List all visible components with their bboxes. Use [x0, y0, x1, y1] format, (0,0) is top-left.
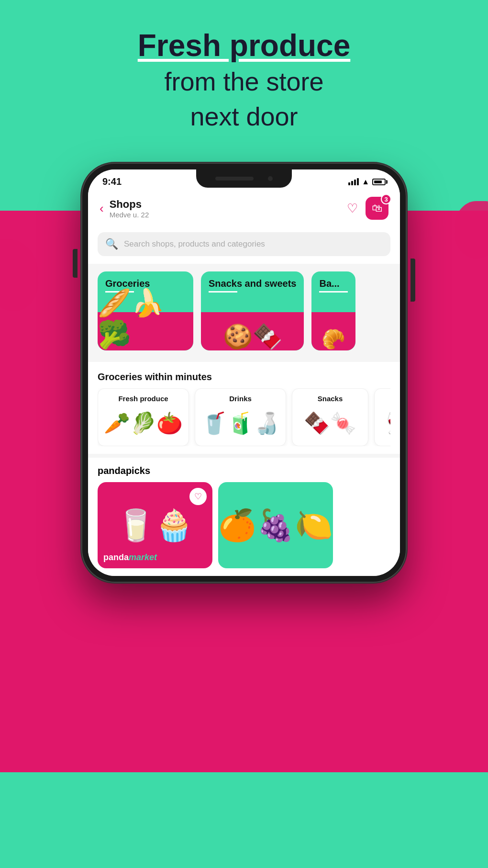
battery-fill	[374, 180, 382, 183]
phone-screen: 9:41 ▲ ‹ Shops	[88, 169, 400, 576]
hero-section: Fresh produce from the store next door	[0, 29, 488, 132]
pandapick-emoji-green: 🍊🍇🍋	[218, 507, 333, 543]
notch-camera	[268, 176, 273, 181]
groceries-section: Groceries within minutes Fresh produce 🥕…	[88, 362, 400, 454]
header-subtitle: Medve u. 22	[110, 211, 347, 219]
category-card-groceries[interactable]: Groceries 🥖🍌🥦	[98, 271, 193, 350]
sub-cat-img-wine: 🍷🍺	[380, 406, 390, 440]
wifi-icon: ▲	[362, 178, 369, 186]
pandapick-card-green[interactable]: 🍊🍇🍋	[218, 482, 333, 568]
search-section: 🔍 Search shops, products and categories	[88, 226, 400, 264]
search-placeholder-text: Search shops, products and categories	[124, 239, 265, 249]
pandapicks-logo-pink: pandamarket	[103, 552, 157, 563]
wishlist-button[interactable]: ♡	[347, 201, 358, 216]
phone-frame: 9:41 ▲ ‹ Shops	[81, 163, 407, 583]
header-title-block: Shops Medve u. 22	[110, 198, 347, 219]
sub-cat-img-snacks: 🍫🍬	[298, 406, 362, 440]
category-title-snacks: Snacks and sweets	[209, 278, 296, 289]
background-bottom-teal	[0, 772, 488, 868]
category-image-bakery: 🥐	[311, 298, 355, 350]
phone-notch	[196, 169, 292, 188]
cart-button[interactable]: 🛍 3	[366, 197, 388, 220]
hero-subtitle-line2: from the store	[0, 66, 488, 97]
category-image-groceries: 🥖🍌🥦	[98, 298, 193, 350]
categories-section: Groceries 🥖🍌🥦 Snacks and sweets �	[88, 264, 400, 358]
notch-speaker	[215, 177, 254, 180]
hero-title-line1: Fresh produce	[0, 29, 488, 62]
phone-mockup: 9:41 ▲ ‹ Shops	[81, 163, 407, 583]
categories-row: Groceries 🥖🍌🥦 Snacks and sweets �	[88, 271, 400, 350]
category-image-snacks: 🍪🍫	[201, 298, 304, 350]
battery-icon	[372, 179, 386, 185]
sub-cat-title-fresh: Fresh produce	[104, 395, 183, 403]
snacks-emoji: 🍪🍫	[223, 323, 282, 350]
sub-cat-drinks[interactable]: Drinks 🥤🧃🍶	[195, 388, 286, 446]
category-card-snacks[interactable]: Snacks and sweets 🍪🍫	[201, 271, 304, 350]
sub-cat-snacks[interactable]: Snacks 🍫🍬	[292, 388, 368, 446]
header-actions: ♡ 🛍 3	[347, 197, 388, 220]
category-card-bakery[interactable]: Ba... 🥐	[311, 271, 355, 350]
app-header: ‹ Shops Medve u. 22 ♡ 🛍 3	[88, 190, 400, 226]
category-underline-bakery	[319, 291, 348, 293]
sub-cat-wine[interactable]: Wine, b... 🍷🍺	[374, 388, 390, 446]
search-bar[interactable]: 🔍 Search shops, products and categories	[98, 232, 390, 256]
sub-cat-fresh-produce[interactable]: Fresh produce 🥕🥬🍅	[98, 388, 189, 446]
sub-cat-img-drinks: 🥤🧃🍶	[201, 406, 280, 440]
pandapicks-title: pandapicks	[88, 458, 400, 482]
sub-cats-section: Fresh produce 🥕🥬🍅 Drinks 🥤🧃🍶 Snacks 🍫🍬	[88, 388, 400, 454]
cart-badge: 3	[381, 194, 391, 204]
category-title-bakery: Ba...	[319, 278, 348, 289]
pandapick-emoji-pink: 🥛🧁	[117, 507, 193, 543]
pandapicks-section: pandapicks ♡ 🥛🧁 pandamarket 🍊🍇🍋	[88, 458, 400, 576]
sub-cats-row: Fresh produce 🥕🥬🍅 Drinks 🥤🧃🍶 Snacks 🍫🍬	[98, 388, 390, 446]
groceries-section-header: Groceries within minutes	[88, 362, 400, 388]
sub-cat-title-snacks: Snacks	[298, 395, 362, 403]
status-icons: ▲	[348, 178, 386, 186]
status-time: 9:41	[102, 176, 122, 187]
pandapick-card-pink[interactable]: ♡ 🥛🧁 pandamarket	[98, 482, 212, 568]
pandapick-heart-button[interactable]: ♡	[189, 488, 207, 505]
hero-subtitle-line3: next door	[0, 101, 488, 132]
back-button[interactable]: ‹	[100, 201, 104, 216]
header-title: Shops	[110, 198, 347, 211]
groceries-emoji: 🥖🍌🥦	[98, 287, 193, 350]
search-icon: 🔍	[105, 238, 118, 250]
sub-cat-title-drinks: Drinks	[201, 395, 280, 403]
pandapicks-row: ♡ 🥛🧁 pandamarket 🍊🍇🍋	[88, 482, 400, 568]
sub-cat-title-wine: Wine, b...	[380, 395, 390, 403]
sub-cat-img-fresh: 🥕🥬🍅	[104, 406, 183, 440]
category-underline-snacks	[209, 291, 237, 293]
signal-icon	[348, 178, 359, 185]
bakery-emoji: 🥐	[322, 328, 345, 350]
